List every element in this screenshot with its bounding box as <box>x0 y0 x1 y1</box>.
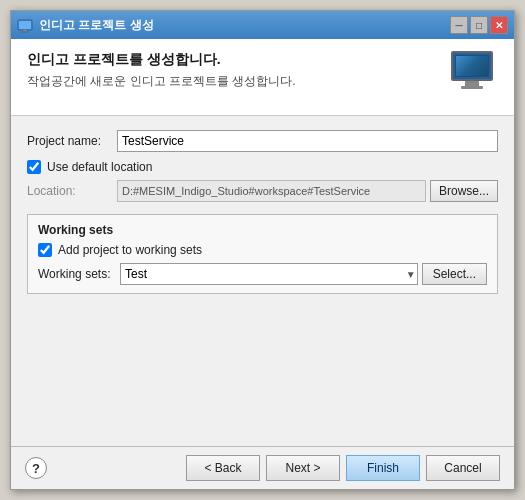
working-sets-select[interactable]: Test <box>120 263 418 285</box>
svg-rect-1 <box>19 21 31 29</box>
next-button[interactable]: Next > <box>266 455 340 481</box>
monitor-display <box>455 55 489 77</box>
working-sets-row: Working sets: Test ▼ Select... <box>38 263 487 285</box>
browse-button[interactable]: Browse... <box>430 180 498 202</box>
back-button[interactable]: < Back <box>186 455 260 481</box>
location-row: Location: Browse... <box>27 180 498 202</box>
dialog-window: 인디고 프로젝트 생성 ─ □ ✕ 인디고 프로젝트를 생성합니다. 작업공간에… <box>10 10 515 490</box>
window-title: 인디고 프로젝트 생성 <box>39 17 450 34</box>
dialog-content: Project name: Use default location Locat… <box>11 116 514 446</box>
location-input[interactable] <box>117 180 426 202</box>
monitor-screen <box>451 51 493 81</box>
default-location-label[interactable]: Use default location <box>47 160 152 174</box>
monitor-base <box>461 86 483 89</box>
header-icon <box>446 51 498 103</box>
footer-buttons: < Back Next > Finish Cancel <box>186 455 500 481</box>
working-sets-select-wrapper: Test ▼ <box>120 263 418 285</box>
close-button[interactable]: ✕ <box>490 16 508 34</box>
app-icon <box>17 17 33 33</box>
working-sets-section: Working sets Add project to working sets… <box>27 214 498 294</box>
header-title: 인디고 프로젝트를 생성합니다. <box>27 51 436 69</box>
default-location-row: Use default location <box>27 160 498 174</box>
location-label: Location: <box>27 184 117 198</box>
add-to-working-sets-row: Add project to working sets <box>38 243 487 257</box>
svg-rect-2 <box>23 30 27 32</box>
add-working-sets-label[interactable]: Add project to working sets <box>58 243 202 257</box>
dialog-header: 인디고 프로젝트를 생성합니다. 작업공간에 새로운 인디고 프로젝트를 생성합… <box>11 39 514 116</box>
add-working-sets-checkbox[interactable] <box>38 243 52 257</box>
minimize-button[interactable]: ─ <box>450 16 468 34</box>
svg-rect-3 <box>21 32 29 33</box>
finish-button[interactable]: Finish <box>346 455 420 481</box>
working-sets-section-label: Working sets <box>38 223 487 237</box>
cancel-button[interactable]: Cancel <box>426 455 500 481</box>
project-name-input[interactable] <box>117 130 498 152</box>
header-subtitle: 작업공간에 새로운 인디고 프로젝트를 생성합니다. <box>27 73 436 90</box>
help-button[interactable]: ? <box>25 457 47 479</box>
header-text: 인디고 프로젝트를 생성합니다. 작업공간에 새로운 인디고 프로젝트를 생성합… <box>27 51 436 90</box>
title-bar: 인디고 프로젝트 생성 ─ □ ✕ <box>11 11 514 39</box>
working-sets-label: Working sets: <box>38 267 120 281</box>
project-name-row: Project name: <box>27 130 498 152</box>
window-controls: ─ □ ✕ <box>450 16 508 34</box>
maximize-button[interactable]: □ <box>470 16 488 34</box>
dialog-footer: ? < Back Next > Finish Cancel <box>11 446 514 489</box>
project-name-label: Project name: <box>27 134 117 148</box>
select-button[interactable]: Select... <box>422 263 487 285</box>
default-location-checkbox[interactable] <box>27 160 41 174</box>
